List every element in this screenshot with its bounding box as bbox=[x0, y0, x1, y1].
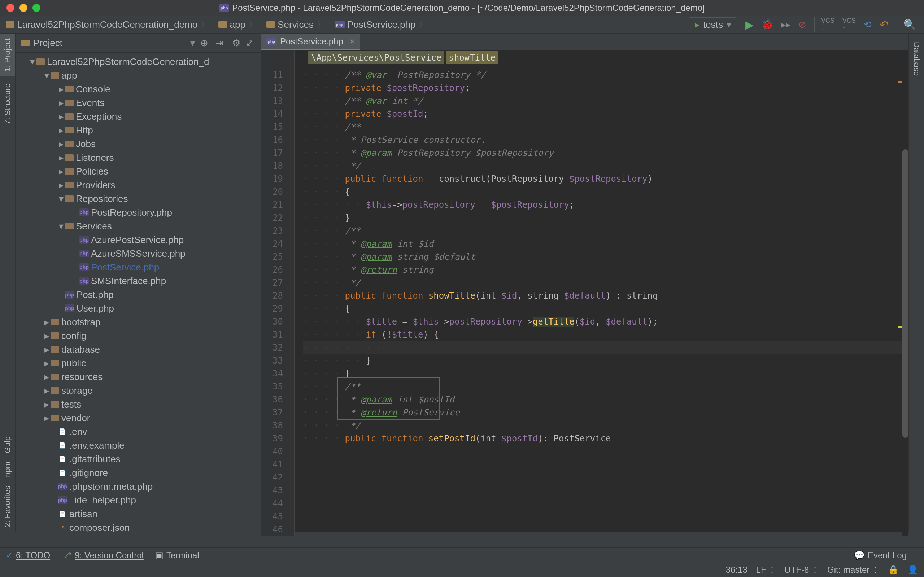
folder-icon bbox=[6, 21, 15, 28]
tree-dir[interactable]: resources bbox=[61, 370, 102, 384]
debug-icon[interactable]: 🐞 bbox=[762, 19, 773, 30]
tree-dir[interactable]: Repositories bbox=[76, 192, 128, 206]
tree-file[interactable]: Post.php bbox=[76, 288, 114, 301]
tree-dir[interactable]: vendor bbox=[61, 411, 90, 425]
folder-icon bbox=[21, 40, 30, 46]
tree-file[interactable]: SMSInterface.php bbox=[91, 274, 166, 288]
gear-icon[interactable]: ⚙ bbox=[229, 37, 241, 49]
tab-version-control[interactable]: ⎇9: Version Control bbox=[62, 550, 144, 561]
coverage-icon[interactable]: ▸▸ bbox=[781, 19, 790, 30]
tree-file-selected[interactable]: PostService.php bbox=[91, 260, 159, 274]
tree-dir[interactable]: config bbox=[61, 329, 86, 343]
tree-file[interactable]: .env.example bbox=[69, 438, 124, 452]
tree-dir[interactable]: Providers bbox=[76, 178, 115, 192]
zoom-window-icon[interactable] bbox=[32, 4, 40, 12]
tab-gulp[interactable]: Gulp bbox=[0, 432, 15, 457]
tree-file[interactable]: .env bbox=[69, 425, 87, 438]
tree-file[interactable]: artisan bbox=[69, 507, 97, 521]
vcs-commit-icon[interactable]: VCS↑ bbox=[842, 17, 856, 32]
tree-file[interactable]: AzurePostService.php bbox=[91, 233, 184, 247]
error-marker[interactable] bbox=[898, 81, 901, 83]
tree-file[interactable]: .phpstorm.meta.php bbox=[69, 480, 153, 493]
tree-dir[interactable]: database bbox=[61, 343, 100, 356]
tree-dir[interactable]: public bbox=[61, 356, 86, 370]
tree-dir[interactable]: Listeners bbox=[76, 151, 114, 164]
editor-scrollbar[interactable] bbox=[902, 66, 908, 536]
tree-dir[interactable]: Exceptions bbox=[76, 110, 122, 123]
tree-app[interactable]: app bbox=[61, 69, 77, 82]
tab-database[interactable]: Database bbox=[909, 37, 924, 80]
collapse-icon[interactable]: ⇥ bbox=[214, 37, 225, 49]
tree-file[interactable]: _ide_helper.php bbox=[69, 493, 136, 507]
tree-file[interactable]: .gitignore bbox=[69, 466, 108, 480]
tree-dir[interactable]: Events bbox=[76, 96, 105, 110]
chevron-icon: ≑ bbox=[769, 565, 775, 574]
highlight-box bbox=[337, 377, 439, 420]
tab-todo[interactable]: ✓6: TODO bbox=[6, 550, 50, 561]
event-log-button[interactable]: 💬Event Log bbox=[854, 550, 907, 561]
title-bar: php PostService.php - Laravel52PhpStormC… bbox=[0, 0, 924, 16]
code-editor[interactable]: · · · · /** @var PostRepository */ · · ·… bbox=[294, 50, 908, 536]
tree-dir[interactable]: Services bbox=[76, 219, 112, 233]
vcs-update-icon[interactable]: VCS↓ bbox=[814, 17, 835, 32]
sync-icon[interactable]: ⟲ bbox=[864, 19, 872, 30]
todo-icon: ✓ bbox=[6, 550, 13, 561]
tab-structure[interactable]: 7: Structure bbox=[0, 79, 15, 129]
chevron-down-icon[interactable]: ▾ bbox=[190, 37, 195, 49]
breadcrumb-root[interactable]: Laravel52PhpStormCodeGeneration_demo bbox=[0, 19, 213, 30]
tree-root[interactable]: Laravel52PhpStormCodeGeneration_d bbox=[47, 55, 209, 69]
tree-dir[interactable]: Policies bbox=[76, 164, 108, 178]
breadcrumb-services[interactable]: Services bbox=[261, 19, 329, 30]
left-tool-tabs: 1: Project 7: Structure Gulp npm 2: Favo… bbox=[0, 34, 16, 532]
hide-icon[interactable]: ⤢ bbox=[244, 37, 255, 49]
stop-icon[interactable]: ⊘ bbox=[798, 19, 806, 30]
undo-icon[interactable]: ↶ bbox=[880, 18, 888, 31]
tree-dir[interactable]: Http bbox=[76, 123, 93, 137]
editor-tab[interactable]: php PostService.php × bbox=[261, 34, 360, 50]
php-file-icon: php bbox=[334, 21, 345, 28]
tab-terminal[interactable]: ▣Terminal bbox=[155, 550, 199, 561]
close-window-icon[interactable] bbox=[6, 4, 15, 12]
terminal-icon: ▣ bbox=[155, 550, 163, 561]
tree-file[interactable]: composer.json bbox=[69, 521, 130, 532]
breadcrumb-file[interactable]: php PostService.php bbox=[329, 19, 431, 30]
right-tool-tabs: Database bbox=[908, 34, 924, 532]
tree-dir[interactable]: Jobs bbox=[76, 137, 96, 151]
tree-file[interactable]: User.php bbox=[76, 301, 114, 315]
cursor-position[interactable]: 36:13 bbox=[726, 565, 748, 575]
search-icon[interactable]: 🔍 bbox=[897, 19, 916, 31]
run-icon[interactable]: ▶ bbox=[745, 18, 754, 31]
close-icon[interactable]: × bbox=[350, 36, 355, 47]
tree-dir[interactable]: storage bbox=[61, 384, 93, 397]
log-icon: 💬 bbox=[854, 550, 865, 561]
folder-icon bbox=[267, 21, 275, 28]
line-ending-select[interactable]: LF ≑ bbox=[756, 565, 776, 575]
tree-file[interactable]: PostRepository.php bbox=[91, 206, 172, 219]
scroll-target-icon[interactable]: ⊕ bbox=[199, 37, 210, 49]
git-branch-select[interactable]: Git: master ≑ bbox=[827, 565, 879, 575]
fold-gutter[interactable] bbox=[287, 50, 294, 536]
tree-dir[interactable]: Console bbox=[76, 82, 110, 96]
chevron-down-icon: ▾ bbox=[727, 19, 731, 30]
tab-project[interactable]: 1: Project bbox=[0, 34, 15, 76]
warning-marker[interactable] bbox=[898, 326, 901, 328]
run-config-select[interactable]: ▸tests▾ bbox=[689, 17, 737, 32]
tab-npm[interactable]: npm bbox=[0, 457, 15, 482]
panel-title[interactable]: Project bbox=[33, 37, 187, 49]
minimize-window-icon[interactable] bbox=[19, 4, 27, 12]
chevron-icon: ≑ bbox=[811, 565, 819, 574]
bottom-tool-tabs: ✓6: TODO ⎇9: Version Control ▣Terminal 💬… bbox=[0, 548, 924, 562]
main-toolbar: Laravel52PhpStormCodeGeneration_demo app… bbox=[0, 16, 924, 34]
lock-icon[interactable]: 🔒 bbox=[888, 565, 899, 575]
tree-dir[interactable]: tests bbox=[61, 397, 81, 411]
tree-dir[interactable]: bootstrap bbox=[61, 315, 100, 329]
breadcrumb-app[interactable]: app bbox=[213, 19, 261, 30]
encoding-select[interactable]: UTF-8 ≑ bbox=[784, 565, 819, 575]
tree-file[interactable]: .gitattributes bbox=[69, 452, 121, 466]
scrollbar-thumb[interactable] bbox=[902, 149, 908, 438]
tab-favorites[interactable]: 2: Favorites bbox=[0, 482, 15, 532]
project-tree[interactable]: ▾Laravel52PhpStormCodeGeneration_d ▾app … bbox=[16, 53, 261, 532]
navigation-crumb[interactable]: \App\Services\PostService showTitle bbox=[308, 51, 498, 64]
tree-file[interactable]: AzureSMSService.php bbox=[91, 247, 186, 260]
hector-icon[interactable]: 👤 bbox=[908, 565, 918, 575]
